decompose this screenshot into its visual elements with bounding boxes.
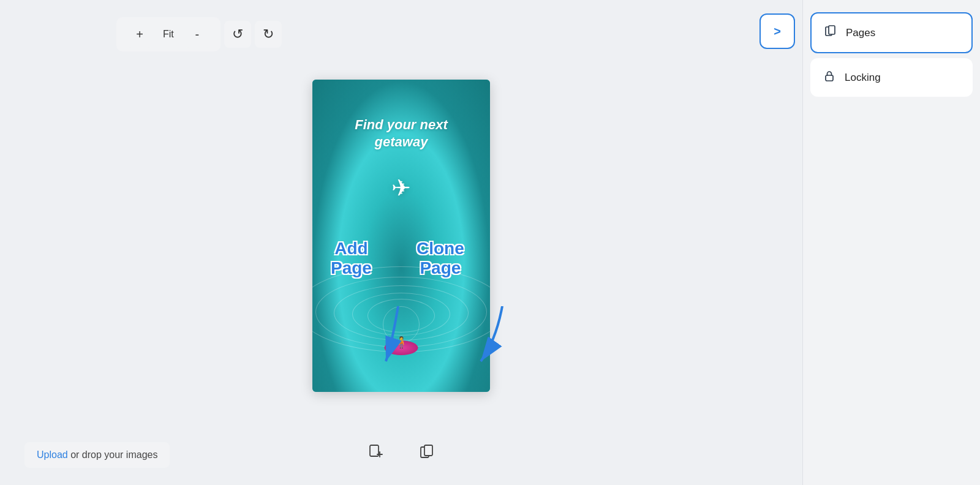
zoom-in-button[interactable]: + <box>126 21 153 48</box>
lock-icon <box>823 69 836 86</box>
svg-rect-9 <box>826 75 833 81</box>
undo-button[interactable]: ↺ <box>224 21 251 48</box>
add-page-annotation: AddPage <box>331 239 372 278</box>
toggle-panel-button[interactable]: > <box>760 13 795 49</box>
clone-page-arrow <box>472 306 521 367</box>
right-panel: Pages Locking <box>802 0 980 485</box>
locking-label: Locking <box>845 72 881 84</box>
add-page-button[interactable] <box>362 438 389 465</box>
pages-icon <box>824 24 837 41</box>
clone-page-button[interactable] <box>413 438 440 465</box>
locking-panel-item[interactable]: Locking <box>810 58 973 97</box>
card-text-line2: getaway <box>375 134 428 149</box>
zoom-out-button[interactable]: - <box>184 21 211 48</box>
zoom-group: + Fit - <box>116 17 221 51</box>
add-page-label: AddPage <box>331 239 372 278</box>
clone-page-label: ClonePage <box>417 239 464 278</box>
svg-rect-6 <box>424 445 432 456</box>
toolbar: + Fit - ↺ ↻ <box>116 17 282 51</box>
card-text-line1: Find your next <box>355 117 448 132</box>
pages-panel-item[interactable]: Pages <box>810 12 973 53</box>
bottom-icons <box>0 438 802 465</box>
add-page-arrow <box>380 306 429 367</box>
fit-label[interactable]: Fit <box>160 29 176 40</box>
pages-label: Pages <box>846 27 875 39</box>
airplane-icon: ✈ <box>391 175 411 201</box>
canvas-area: Find your next getaway ✈ 🧍 <box>0 61 802 485</box>
clone-page-annotation: ClonePage <box>417 239 464 278</box>
redo-button[interactable]: ↻ <box>255 21 282 48</box>
svg-rect-8 <box>829 26 835 34</box>
card-headline: Find your next getaway <box>312 116 490 150</box>
chevron-right-icon: > <box>774 24 781 39</box>
